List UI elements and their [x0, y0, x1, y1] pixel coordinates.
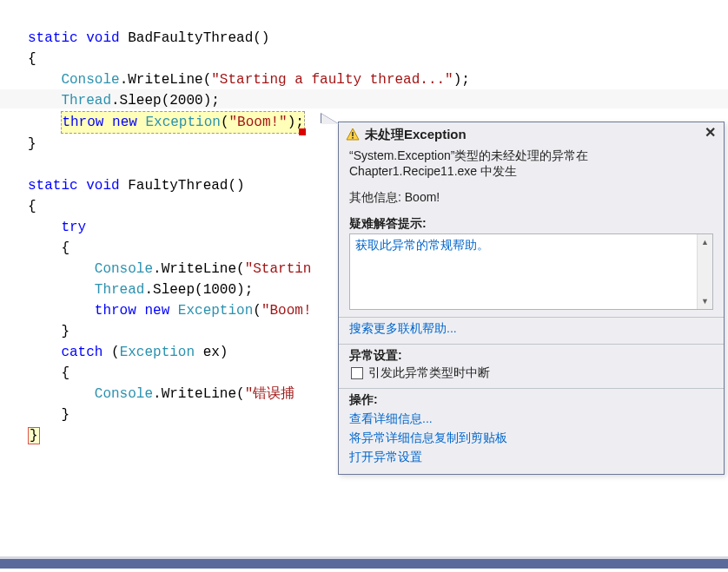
code-line: {	[28, 51, 36, 67]
popup-message: “System.Exception”类型的未经处理的异常在 Chapter1.R…	[339, 145, 724, 213]
code-line: catch (Exception ex)	[28, 345, 228, 360]
code-line-close-brace: }	[28, 427, 40, 444]
popup-title: 未处理Exception	[365, 127, 701, 143]
tips-listbox[interactable]: 获取此异常的常规帮助。 ▲ ▼	[349, 233, 713, 310]
scroll-down-button[interactable]: ▼	[698, 293, 712, 309]
code-line-exception: throw new Exception("Boom!");	[28, 115, 305, 130]
popup-header: 未处理Exception ✕	[339, 122, 724, 145]
exception-message: “System.Exception”类型的未经处理的异常在 Chapter1.R…	[349, 148, 713, 180]
open-exception-settings-link[interactable]: 打开异常设置	[349, 448, 713, 467]
search-online-help-link[interactable]: 搜索更多联机帮助...	[349, 321, 457, 335]
code-line: }	[28, 407, 69, 423]
tips-help-link[interactable]: 获取此异常的常规帮助。	[355, 238, 489, 252]
scroll-up-button[interactable]: ▲	[698, 234, 712, 250]
code-line: }	[28, 136, 36, 152]
status-bar	[0, 556, 728, 569]
actions-section: 操作: 查看详细信息... 将异常详细信息复制到剪贴板 打开异常设置	[339, 389, 724, 474]
break-on-exception-checkbox[interactable]	[351, 367, 363, 379]
code-line: static void FaultyThread()	[28, 178, 245, 194]
close-button[interactable]: ✕	[701, 126, 718, 143]
tips-label: 疑难解答提示:	[349, 216, 713, 232]
exception-other-info: 其他信息: Boom!	[349, 190, 713, 206]
exception-popup: 未处理Exception ✕ “System.Exception”类型的未经处理…	[338, 122, 725, 475]
tips-scrollbar[interactable]: ▲ ▼	[697, 234, 712, 309]
code-line: try	[28, 220, 86, 235]
code-line: {	[28, 365, 69, 381]
svg-rect-2	[352, 137, 354, 139]
tips-section: 疑难解答提示: 获取此异常的常规帮助。 ▲ ▼	[339, 213, 724, 317]
code-line: {	[28, 240, 69, 256]
code-line: throw new Exception("Boom!	[28, 303, 312, 319]
code-line: Thread.Sleep(2000);	[28, 93, 220, 108]
warning-icon	[346, 128, 360, 141]
error-marker-icon	[299, 128, 306, 135]
break-on-exception-label: 引发此异常类型时中断	[368, 365, 490, 381]
svg-rect-1	[352, 132, 354, 136]
popup-arrow-icon	[321, 114, 339, 124]
copy-details-link[interactable]: 将异常详细信息复制到剪贴板	[349, 429, 713, 448]
exception-settings-section: 异常设置: 引发此异常类型时中断	[339, 345, 724, 388]
code-line: Console.WriteLine("Starting a faulty thr…	[28, 72, 470, 88]
code-line: Thread.Sleep(1000);	[28, 282, 253, 298]
settings-label: 异常设置:	[349, 348, 713, 364]
view-details-link[interactable]: 查看详细信息...	[349, 410, 713, 429]
code-line: static void BadFaultyThread()	[28, 30, 269, 46]
code-line: }	[28, 324, 69, 339]
code-line: Console.WriteLine("Startin	[28, 261, 311, 277]
code-line: Console.WriteLine("错误捕	[28, 386, 295, 402]
actions-label: 操作:	[349, 392, 713, 408]
code-line: {	[28, 199, 36, 214]
